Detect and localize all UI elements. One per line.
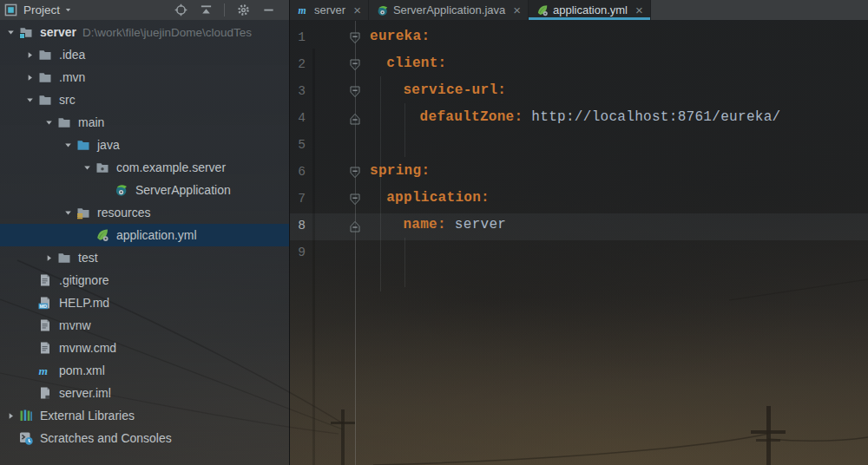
tree-item-main[interactable]: main — [0, 111, 289, 134]
folder-resources-icon — [76, 206, 92, 219]
collapse-all-button[interactable] — [199, 3, 213, 17]
tree-item-java[interactable]: java — [0, 134, 289, 156]
tree-item-label: .gitignore — [59, 269, 109, 291]
project-panel-header: Project — [0, 0, 289, 20]
tree-item-src[interactable]: src — [0, 88, 289, 111]
settings-button[interactable] — [236, 3, 250, 17]
fold-marker-icon[interactable] — [350, 167, 360, 179]
tree-item-label: server — [40, 21, 76, 43]
tree-item-server[interactable]: serverD:\work\file\juejinDome\cloudTes — [0, 21, 289, 43]
code-editor[interactable]: 1eureka:2client:3service-url:4defaultZon… — [290, 21, 868, 465]
yaml-key: defaultZone: — [420, 109, 523, 125]
code-line-5[interactable]: 5 — [290, 133, 868, 160]
file-text-icon — [38, 318, 54, 332]
tree-item-scratches-and-consoles[interactable]: Scratches and Consoles — [0, 427, 289, 449]
arrow-spacer — [21, 364, 38, 377]
tree-item-mvnw[interactable]: mvnw — [0, 314, 289, 337]
scratches-icon — [19, 431, 35, 445]
editor-tab-bar: mserver×ServerApplication.java×applicati… — [290, 0, 868, 21]
line-number: 9 — [293, 246, 306, 259]
folder-icon — [38, 93, 54, 107]
tab-label: server — [314, 3, 345, 16]
chevron-right-icon[interactable] — [40, 252, 57, 264]
tree-item-pom-xml[interactable]: mpom.xml — [0, 359, 289, 382]
tree-item-mvnw-cmd[interactable]: mvnw.cmd — [0, 337, 289, 359]
tab-application-yml[interactable]: application.yml× — [529, 0, 651, 20]
tab-server[interactable]: mserver× — [290, 0, 369, 20]
code-line-1[interactable]: 1eureka: — [290, 25, 868, 52]
code-line-8[interactable]: 8name: server — [290, 213, 868, 240]
yaml-key: spring: — [370, 163, 430, 179]
fold-marker-icon[interactable] — [350, 86, 360, 98]
hide-panel-button[interactable] — [261, 3, 275, 17]
code-line-3[interactable]: 3service-url: — [290, 79, 868, 106]
toolbar-separator — [224, 3, 225, 16]
chevron-down-icon[interactable] — [78, 161, 95, 174]
fold-marker-icon[interactable] — [350, 59, 360, 71]
code-line-4[interactable]: 4defaultZone: http://localhost:8761/eure… — [290, 106, 868, 133]
tree-item-label: ServerApplication — [135, 179, 231, 201]
tree-item-idea[interactable]: .idea — [0, 43, 289, 66]
spring-boot-icon — [377, 4, 389, 16]
file-md-icon: MD — [38, 296, 54, 310]
fold-marker-icon[interactable] — [350, 193, 360, 206]
chevron-right-icon[interactable] — [2, 409, 19, 422]
tree-item-label: External Libraries — [40, 404, 135, 427]
folder-sources-icon — [76, 138, 92, 152]
arrow-spacer — [97, 184, 115, 196]
chevron-right-icon[interactable] — [21, 71, 38, 83]
package-icon — [95, 160, 111, 174]
project-window-icon — [3, 3, 17, 17]
fold-marker-icon[interactable] — [350, 220, 360, 232]
code-line-7[interactable]: 7application: — [290, 187, 868, 213]
tab-serverapplication-java[interactable]: ServerApplication.java× — [369, 0, 529, 20]
close-tab-icon[interactable]: × — [635, 3, 643, 16]
close-tab-icon[interactable]: × — [513, 3, 521, 16]
project-tool-window: Project serverD:\work\file\juejinDome\cl… — [0, 0, 290, 465]
chevron-down-icon[interactable] — [2, 26, 19, 38]
tree-item-serverapplication[interactable]: ServerApplication — [0, 179, 289, 201]
tree-item-label: java — [97, 134, 120, 156]
chevron-down-icon[interactable] — [59, 139, 76, 151]
close-tab-icon[interactable]: × — [353, 3, 361, 16]
line-number: 7 — [293, 192, 306, 206]
tree-item-test[interactable]: test — [0, 246, 289, 269]
code-text: application: — [370, 190, 490, 206]
tab-label: application.yml — [553, 3, 628, 16]
arrow-spacer — [21, 319, 38, 331]
tree-item-gitignore[interactable]: .gitignore — [0, 269, 289, 291]
chevron-down-icon[interactable] — [40, 116, 57, 128]
locate-file-button[interactable] — [174, 3, 187, 17]
tree-item-external-libraries[interactable]: External Libraries — [0, 404, 289, 427]
tree-item-label: mvnw.cmd — [59, 337, 116, 359]
spring-boot-icon — [115, 183, 130, 197]
chevron-right-icon[interactable] — [21, 49, 38, 61]
ide-window: Project serverD:\work\file\juejinDome\cl… — [0, 0, 868, 465]
tree-item-mvn[interactable]: .mvn — [0, 66, 289, 88]
line-number: 1 — [293, 30, 306, 44]
arrow-spacer — [78, 229, 95, 241]
project-view-selector[interactable]: Project — [23, 3, 60, 16]
ext-lib-icon — [19, 409, 35, 422]
chevron-down-icon[interactable] — [59, 206, 76, 219]
svg-text:m: m — [298, 4, 306, 16]
chevron-down-icon[interactable] — [64, 6, 73, 15]
folder-icon — [57, 251, 73, 265]
code-line-6[interactable]: 6spring: — [290, 160, 868, 187]
project-tree: serverD:\work\file\juejinDome\cloudTes.i… — [0, 20, 289, 449]
chevron-down-icon[interactable] — [21, 94, 38, 106]
code-line-2[interactable]: 2client: — [290, 52, 868, 79]
folder-icon — [38, 48, 54, 62]
tree-item-resources[interactable]: resources — [0, 201, 289, 224]
arrow-spacer — [21, 297, 38, 309]
fold-marker-icon[interactable] — [350, 113, 360, 125]
tree-item-com-example-server[interactable]: com.example.server — [0, 156, 289, 179]
line-number: 2 — [293, 57, 306, 71]
tree-item-application-yml[interactable]: application.yml — [0, 224, 289, 246]
fold-marker-icon[interactable] — [350, 32, 360, 44]
code-line-9[interactable]: 9 — [290, 240, 868, 267]
tree-item-server-iml[interactable]: server.iml — [0, 382, 289, 404]
tree-item-label: src — [59, 88, 76, 111]
tree-item-help-md[interactable]: MDHELP.md — [0, 291, 289, 314]
line-number: 5 — [293, 138, 306, 152]
